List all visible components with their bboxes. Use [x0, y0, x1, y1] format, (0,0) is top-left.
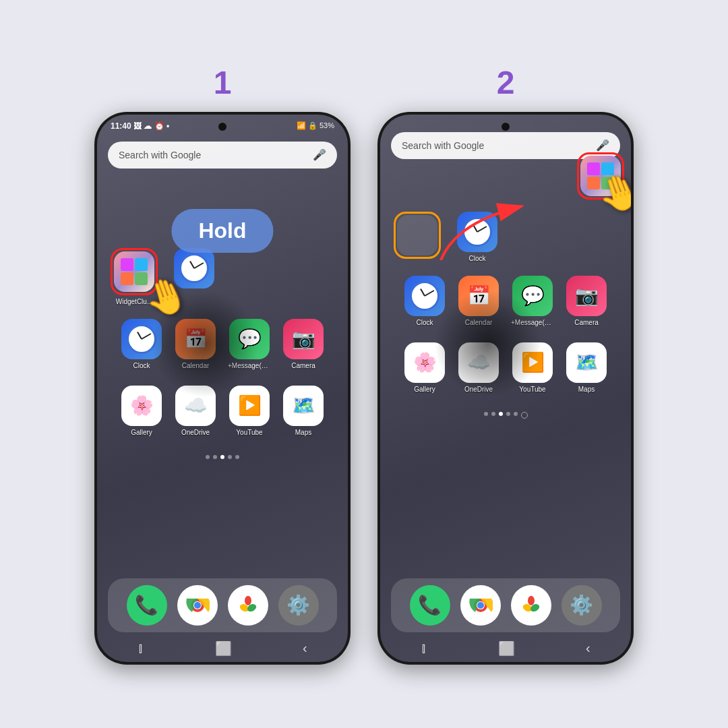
calendar-icon-2[interactable]: 📅: [458, 276, 499, 316]
gallery-icon-2[interactable]: 🌸: [404, 342, 445, 383]
nav-recent-1[interactable]: ⫿: [138, 640, 144, 656]
maps-label-2: Maps: [578, 386, 595, 393]
dot2-2: [491, 412, 495, 416]
chrome-icon-2[interactable]: [460, 585, 501, 626]
photos-icon-2[interactable]: [511, 585, 551, 626]
phone-1-screen: 11:40 🖼 ☁ ⏰ • 📶 🔒 53% Search with Google…: [97, 115, 348, 662]
camera-icon-1[interactable]: 📷: [283, 319, 324, 359]
clock-hand-m-1: [194, 262, 204, 269]
clock-hand-m-2: [477, 226, 487, 233]
calendar-wrapper-1[interactable]: 📅 Calendar: [173, 319, 218, 369]
camera-wrapper-2[interactable]: 📷 Camera: [564, 276, 609, 326]
nav-home-2[interactable]: ⬜: [498, 640, 515, 657]
calendar-label-2: Calendar: [465, 319, 493, 326]
svg-point-5: [245, 596, 251, 605]
onedrive-label-2: OneDrive: [464, 386, 493, 393]
widgetclub-moved-wrapper[interactable]: 🤚: [577, 152, 624, 200]
calendar-wrapper-2[interactable]: 📅 Calendar: [456, 276, 502, 326]
message-wrapper-1[interactable]: 💬 +Message(SM...: [226, 319, 272, 369]
nav-home-1[interactable]: ⬜: [215, 640, 232, 657]
message-wrapper-2[interactable]: 💬 +Message(SM...: [510, 276, 555, 326]
gallery-wrapper-1[interactable]: 🌸 Gallery: [119, 386, 164, 436]
main-container: 1 11:40 🖼 ☁ ⏰ • 📶 🔒 53% Search with Goog…: [67, 37, 661, 692]
youtube-icon-2[interactable]: ▶️: [512, 342, 553, 383]
app-row-1-3: 🌸 Gallery ☁️ OneDrive ▶️ YouTube: [108, 380, 337, 442]
maps-icon-2[interactable]: 🗺️: [566, 342, 607, 383]
search-text-2: Search with Google: [402, 140, 596, 151]
app-row-2-1: Clock: [391, 212, 620, 262]
calendar-icon-1[interactable]: 📅: [175, 319, 216, 359]
step-2: 2 Search with Google 🎤: [377, 64, 634, 665]
gallery-label-2: Gallery: [414, 386, 435, 393]
camera-label-1: Camera: [291, 362, 315, 369]
onedrive-icon-1[interactable]: ☁️: [175, 386, 216, 426]
camera-label-2: Camera: [574, 319, 599, 326]
hold-overlay: Hold: [171, 209, 273, 253]
nav-back-1[interactable]: ‹: [303, 640, 307, 656]
message-icon-2[interactable]: 💬: [512, 276, 553, 316]
signal-1: 📶 🔒 53%: [297, 121, 334, 130]
search-bar-1[interactable]: Search with Google 🎤: [108, 142, 337, 169]
dot-1: [206, 455, 210, 459]
settings-icon-1[interactable]: ⚙️: [278, 585, 319, 626]
message-icon-1[interactable]: 💬: [229, 319, 270, 359]
app-row-2-3: 🌸 Gallery ☁️ OneDrive ▶️ YouTube: [391, 337, 620, 398]
youtube-wrapper-1[interactable]: ▶️ YouTube: [226, 386, 272, 436]
dot-indicator-2: [380, 409, 631, 421]
hold-text: Hold: [198, 218, 246, 243]
settings-icon-2[interactable]: ⚙️: [562, 585, 602, 626]
step-1: 1 11:40 🖼 ☁ ⏰ • 📶 🔒 53% Search with Goog…: [94, 64, 351, 665]
clock-icon-1[interactable]: [121, 319, 162, 359]
svg-point-3: [194, 602, 201, 609]
dot-4: [228, 455, 232, 459]
message-label-2: +Message(SM...: [511, 319, 554, 326]
maps-label-1: Maps: [295, 429, 311, 436]
nav-bar-1: ⫿ ⬜ ‹: [97, 635, 348, 662]
onedrive-wrapper-1[interactable]: ☁️ OneDrive: [173, 386, 218, 436]
phone-icon-1[interactable]: 📞: [127, 585, 167, 626]
dot-5: [235, 455, 239, 459]
dot2-3-active: [499, 412, 503, 416]
clock-app-icon-2-orig[interactable]: [457, 212, 497, 252]
clock-app-label-2: Clock: [468, 255, 485, 262]
phone-2: Search with Google 🎤: [377, 112, 634, 665]
widgetclub-grid: [121, 258, 148, 285]
clock-label-1: Clock: [133, 362, 150, 369]
clock-hand-m-sm-2: [425, 290, 435, 297]
camera-notch-1: [218, 123, 226, 131]
youtube-icon-1[interactable]: ▶️: [229, 386, 270, 426]
onedrive-label-1: OneDrive: [181, 429, 210, 436]
onedrive-icon-2[interactable]: ☁️: [458, 342, 499, 383]
maps-wrapper-2[interactable]: 🗺️ Maps: [564, 342, 609, 393]
maps-icon-1[interactable]: 🗺️: [283, 386, 324, 426]
phone-1: 11:40 🖼 ☁ ⏰ • 📶 🔒 53% Search with Google…: [94, 112, 351, 665]
youtube-wrapper-2[interactable]: ▶️ YouTube: [510, 342, 555, 393]
chrome-icon-1[interactable]: [177, 585, 218, 626]
onedrive-wrapper-2[interactable]: ☁️ OneDrive: [456, 342, 502, 393]
gallery-wrapper-2[interactable]: 🌸 Gallery: [402, 342, 448, 393]
photos-icon-1[interactable]: [228, 585, 268, 626]
dot-2: [213, 455, 217, 459]
app-row-2-2: Clock 📅 Calendar 💬 +Message(SM...: [391, 270, 620, 332]
gallery-icon-1[interactable]: 🌸: [121, 386, 162, 426]
nav-back-2[interactable]: ‹: [586, 640, 590, 656]
app-area-2: Clock: [380, 206, 631, 404]
nav-recent-2[interactable]: ⫿: [421, 640, 427, 656]
clock-wrapper-2[interactable]: Clock: [402, 276, 448, 326]
camera-notch-2: [502, 123, 510, 131]
dot-indicator-1: [97, 452, 348, 462]
camera-wrapper-1[interactable]: 📷 Camera: [280, 319, 326, 369]
dot2-1: [484, 412, 488, 416]
clock-app-2-orig-wrapper[interactable]: Clock: [457, 212, 497, 262]
camera-icon-2[interactable]: 📷: [566, 276, 607, 316]
maps-wrapper-1[interactable]: 🗺️ Maps: [280, 386, 326, 436]
time-1: 11:40 🖼 ☁ ⏰ •: [111, 121, 169, 131]
clock-wrapper-1[interactable]: Clock: [119, 319, 164, 369]
clock-icon-2[interactable]: [404, 276, 445, 316]
gallery-label-1: Gallery: [131, 429, 152, 436]
message-label-1: +Message(SM...: [228, 362, 271, 369]
clock-label-2: Clock: [416, 319, 433, 326]
dot2-5: [514, 412, 518, 416]
phone-icon-2[interactable]: 📞: [410, 585, 450, 626]
mic-icon-1: 🎤: [313, 148, 326, 162]
